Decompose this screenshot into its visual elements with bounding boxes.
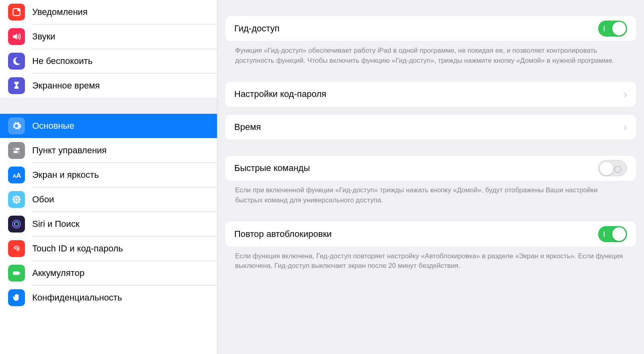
time-limits-row[interactable]: Время › — [225, 115, 636, 140]
sidebar-item-label: Touch ID и код-пароль — [25, 243, 123, 254]
sidebar-item-label: Siri и Поиск — [25, 219, 79, 229]
chevron-right-icon: › — [623, 121, 627, 134]
accessibility-shortcut-row: Быстрые команды — [225, 156, 636, 181]
guided-access-card: Гид-доступ — [225, 16, 636, 41]
sidebar-item-battery[interactable]: Аккумулятор — [0, 261, 217, 285]
svg-point-13 — [13, 196, 15, 198]
svg-text:A: A — [16, 171, 21, 179]
sidebar-item-label: Звуки — [25, 31, 55, 42]
siri-icon — [8, 216, 25, 233]
chevron-right-icon: › — [623, 88, 627, 101]
svg-rect-19 — [13, 272, 19, 275]
svg-point-8 — [15, 198, 18, 201]
mirror-autolock-label: Повтор автоблокировки — [234, 229, 598, 239]
shortcuts-card: Быстрые команды — [225, 156, 636, 181]
sidebar-item-control-center[interactable]: Пункт управления — [0, 138, 217, 163]
guided-access-row: Гид-доступ — [225, 16, 636, 41]
accessibility-shortcut-toggle[interactable] — [598, 160, 627, 176]
settings-detail-pane: Гид-доступ Функция «Гид-доступ» обеспечи… — [217, 0, 644, 354]
svg-point-14 — [18, 196, 20, 198]
mirror-autolock-card: Повтор автоблокировки — [225, 222, 636, 247]
text-size-icon: AA — [8, 167, 25, 183]
notifications-icon — [8, 4, 25, 21]
passcode-card: Настройки код-пароля › — [225, 82, 636, 107]
guided-access-toggle[interactable] — [598, 21, 627, 37]
sounds-icon — [8, 28, 25, 45]
accessibility-shortcut-label: Быстрые команды — [234, 163, 598, 173]
sidebar-item-label: Обои — [25, 194, 54, 205]
passcode-settings-row[interactable]: Настройки код-пароля › — [225, 82, 636, 107]
time-limits-label: Время — [234, 122, 623, 132]
hand-icon — [8, 289, 25, 306]
fingerprint-icon — [8, 240, 25, 257]
svg-point-16 — [18, 201, 20, 203]
mirror-autolock-toggle[interactable] — [598, 226, 627, 242]
sidebar-item-label: Экранное время — [25, 80, 100, 91]
sidebar-item-notifications[interactable]: Уведомления — [0, 0, 217, 24]
sidebar-item-siri[interactable]: Siri и Поиск — [0, 212, 217, 236]
sidebar-group-1: Уведомления Звуки Не беспокоить Экранное… — [0, 0, 217, 98]
sidebar-item-screentime[interactable]: Экранное время — [0, 74, 217, 98]
sidebar-item-label: Конфиденциальность — [25, 292, 122, 303]
sidebar-item-label: Экран и яркость — [25, 170, 99, 180]
svg-point-5 — [17, 151, 19, 153]
svg-point-11 — [12, 198, 14, 200]
mirror-autolock-row: Повтор автоблокировки — [225, 222, 636, 247]
guided-access-footnote: Функция «Гид-доступ» обеспечивает работу… — [225, 41, 636, 66]
accessibility-shortcut-footnote: Если при включенной функции «Гид-доступ»… — [225, 181, 636, 205]
svg-rect-20 — [19, 272, 20, 274]
sidebar-item-display[interactable]: AA Экран и яркость — [0, 163, 217, 187]
sidebar-item-label: Аккумулятор — [25, 268, 85, 278]
switches-icon — [8, 142, 25, 159]
svg-point-12 — [19, 198, 21, 200]
sidebar-group-2: Основные Пункт управления AA Экран и ярк… — [0, 114, 217, 310]
svg-point-10 — [15, 202, 17, 204]
battery-icon — [8, 265, 25, 282]
svg-point-1 — [17, 8, 20, 11]
sidebar-item-privacy[interactable]: Конфиденциальность — [0, 286, 217, 310]
sidebar-item-label: Пункт управления — [25, 145, 107, 156]
sidebar-item-sounds[interactable]: Звуки — [0, 25, 217, 49]
sidebar-item-touchid[interactable]: Touch ID и код-пароль — [0, 237, 217, 261]
hourglass-icon — [8, 77, 25, 94]
moon-icon — [8, 53, 25, 70]
sidebar-item-dnd[interactable]: Не беспокоить — [0, 49, 217, 73]
flower-icon — [8, 191, 25, 208]
settings-sidebar: Уведомления Звуки Не беспокоить Экранное… — [0, 0, 217, 354]
mirror-autolock-footnote: Если функция включена, Гид-доступ повтор… — [225, 247, 636, 271]
svg-point-15 — [13, 201, 15, 203]
svg-point-17 — [12, 220, 21, 228]
sidebar-item-label: Основные — [25, 121, 74, 131]
svg-point-9 — [15, 196, 17, 198]
sidebar-item-wallpaper[interactable]: Обои — [0, 187, 217, 212]
guided-access-label: Гид-доступ — [234, 23, 598, 34]
gear-icon — [8, 117, 25, 134]
svg-point-3 — [14, 148, 16, 150]
sidebar-item-label: Не беспокоить — [25, 56, 93, 66]
passcode-settings-label: Настройки код-пароля — [234, 89, 623, 99]
svg-point-18 — [14, 222, 19, 226]
sidebar-item-general[interactable]: Основные — [0, 114, 217, 138]
time-card: Время › — [225, 115, 636, 140]
sidebar-item-label: Уведомления — [25, 7, 88, 17]
